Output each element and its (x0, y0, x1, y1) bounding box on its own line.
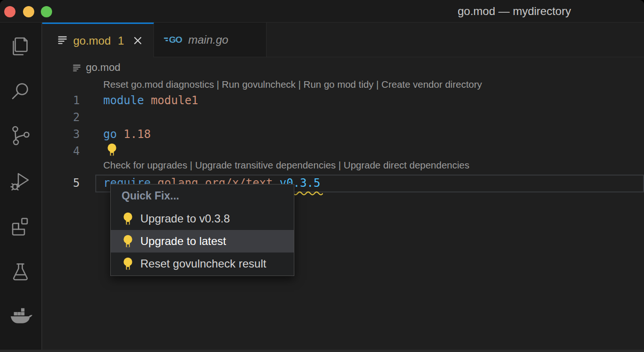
code-line-4[interactable]: 4 (42, 143, 644, 160)
debug-icon (9, 187, 32, 195)
line-number: 1 (66, 92, 80, 109)
go-logo-icon: GO (163, 32, 185, 47)
tab-strip-empty-area (267, 23, 644, 57)
tab-main-go[interactable]: GO main.go (154, 23, 267, 57)
tab-label: go.mod (73, 34, 111, 47)
lightbulb-icon (123, 257, 133, 270)
code-token: 1.18 (123, 128, 151, 141)
codelens-module: Reset go.mod diagnostics | Run govulnche… (103, 79, 482, 90)
activity-item-explorer[interactable] (9, 35, 32, 58)
codelens-link[interactable]: Check for upgrades (103, 160, 187, 170)
lightbulb-icon (123, 235, 133, 248)
close-tab-icon[interactable] (133, 36, 143, 46)
zoom-window-button[interactable] (41, 6, 52, 17)
quick-fix-item-upgrade-latest[interactable]: Upgrade to latest (111, 230, 294, 253)
activity-item-extensions[interactable] (9, 215, 32, 238)
line-number: 4 (66, 143, 80, 160)
codelens-link[interactable]: Upgrade direct dependencies (344, 160, 469, 170)
activity-item-source-control[interactable] (9, 124, 32, 147)
svg-text:GO: GO (169, 34, 182, 44)
quick-fix-header: Quick Fix... (111, 184, 294, 207)
codelens-require: Check for upgrades | Upgrade transitive … (103, 160, 469, 171)
codelens-link[interactable]: Run go mod tidy (304, 79, 374, 90)
breadcrumb-file: go.mod (86, 61, 120, 74)
activity-item-testing[interactable] (9, 260, 32, 284)
line-number: 2 (66, 109, 80, 126)
breadcrumb[interactable]: go.mod (72, 57, 120, 78)
code-line-1[interactable]: 1 module module1 (42, 92, 644, 109)
codelens-link[interactable]: Reset go.mod diagnostics (103, 79, 214, 90)
quick-fix-menu: Quick Fix... Upgrade to v0.3.8 Upgrade t… (110, 184, 294, 276)
lightbulb-icon (123, 212, 133, 225)
codelens-link[interactable]: Upgrade transitive dependencies (195, 160, 336, 170)
activity-bar (0, 23, 42, 352)
close-window-button[interactable] (4, 6, 15, 17)
code-line-2[interactable]: 2 (42, 109, 644, 126)
quick-fix-label: Upgrade to v0.3.8 (140, 212, 230, 225)
codelens-link[interactable]: Run govulncheck (222, 79, 296, 90)
activity-item-search[interactable] (9, 80, 32, 103)
window-bottom-edge (0, 350, 644, 352)
docker-whale-icon (9, 321, 32, 329)
beaker-icon (9, 277, 32, 285)
activity-item-docker[interactable] (9, 305, 32, 328)
file-list-icon (72, 63, 81, 72)
codelens-link[interactable]: Create vendor directory (382, 79, 482, 90)
vscode-window: go.mod — mydirectory (0, 0, 644, 352)
search-icon (9, 97, 32, 105)
tab-go-mod[interactable]: go.mod 1 (42, 23, 154, 57)
tab-problem-badge: 1 (118, 34, 124, 47)
line-number: 5 (66, 175, 80, 191)
lightbulb-icon[interactable] (107, 143, 117, 157)
code-token: module (103, 94, 151, 107)
source-control-icon (9, 141, 32, 149)
quick-fix-item-upgrade-v038[interactable]: Upgrade to v0.3.8 (111, 207, 294, 230)
quick-fix-label: Upgrade to latest (140, 235, 226, 248)
code-token: go (103, 128, 123, 141)
activity-item-run-debug[interactable] (9, 170, 32, 193)
title-bar: go.mod — mydirectory (0, 0, 644, 23)
quick-fix-label: Reset govulncheck result (140, 257, 266, 270)
extensions-icon (9, 232, 32, 240)
line-number: 3 (66, 126, 80, 143)
files-icon (9, 52, 32, 60)
code-token: module1 (151, 94, 198, 107)
window-title: go.mod — mydirectory (458, 0, 571, 23)
minimize-window-button[interactable] (23, 6, 34, 17)
quick-fix-item-reset-govulncheck[interactable]: Reset govulncheck result (111, 253, 294, 275)
code-line-3[interactable]: 3 go 1.18 (42, 126, 644, 143)
file-list-icon (57, 35, 68, 47)
tab-label: main.go (188, 33, 228, 46)
